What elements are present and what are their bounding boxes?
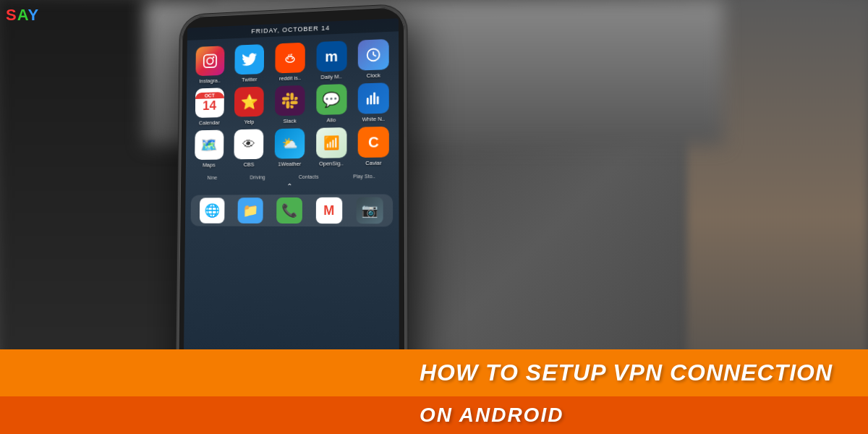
banner-line1-container: HOW TO SETUP VPN CONNECTION xyxy=(0,349,868,396)
svg-rect-13 xyxy=(373,93,375,105)
chrome-dock-icon[interactable]: 🌐 xyxy=(200,197,225,223)
phone-dock-icon[interactable]: 📞 xyxy=(276,197,302,224)
svg-point-1 xyxy=(207,58,213,64)
caviar-label: Caviar xyxy=(365,160,381,166)
twitter-label: Twitter xyxy=(242,76,257,82)
yelp-label: Yelp xyxy=(244,119,254,125)
list-item[interactable]: Clock xyxy=(354,39,393,80)
whitenoise-icon xyxy=(358,82,389,114)
allo-icon: 💬 xyxy=(316,84,346,115)
list-item[interactable]: C Caviar xyxy=(354,127,393,166)
files-dock-icon[interactable]: 📁 xyxy=(238,197,263,224)
list-item[interactable]: Slack xyxy=(271,85,308,125)
svg-rect-0 xyxy=(203,54,216,67)
banner-line2-container: ON ANDROID xyxy=(0,396,868,434)
list-item[interactable]: 📶 OpenSig.. xyxy=(312,127,350,167)
dock-label-nine: Nine xyxy=(207,175,217,180)
logo-y: Y xyxy=(28,6,40,24)
list-item[interactable]: OCT 14 Calendar xyxy=(192,88,227,127)
status-date: FRIDAY, OCTOBER 14 xyxy=(251,25,330,35)
banner-title-line2: ON ANDROID xyxy=(420,404,563,427)
list-item[interactable]: ⛅ 1Weather xyxy=(271,128,308,167)
svg-text:rif: rif xyxy=(288,53,292,57)
banner-title-line1: HOW TO SETUP VPN CONNECTION xyxy=(420,359,833,386)
logo-a: A xyxy=(17,6,28,24)
dock-label-driving: Driving xyxy=(250,174,265,179)
list-item[interactable]: 💬 Allo xyxy=(312,84,350,124)
say-logo: SAY xyxy=(6,6,39,25)
camera-dock-icon[interactable]: 📷 xyxy=(356,197,383,224)
clock-label: Clock xyxy=(367,72,380,80)
list-item[interactable]: ⭐ Yelp xyxy=(231,86,268,125)
bottom-banner: HOW TO SETUP VPN CONNECTION ON ANDROID xyxy=(0,349,868,434)
opensig-icon: 📶 xyxy=(316,127,346,158)
gmail-dock-icon[interactable]: M xyxy=(316,197,342,224)
weather1-label: 1Weather xyxy=(278,161,301,167)
slack-label: Slack xyxy=(284,118,297,124)
clock-icon xyxy=(358,39,389,71)
logo-s: S xyxy=(6,6,17,24)
cbs-label: CBS xyxy=(244,161,255,168)
list-item[interactable]: Instagra.. xyxy=(192,46,228,85)
weather1-icon: ⛅ xyxy=(275,128,305,158)
calendar-icon: OCT 14 xyxy=(195,88,224,118)
phone-bottom: Nine Driving Contacts Play Sto.. ⌃ 🌐 📁 📞… xyxy=(185,171,399,231)
svg-rect-11 xyxy=(367,98,369,104)
dock-label-contacts: Contacts xyxy=(299,174,319,179)
svg-rect-14 xyxy=(377,96,379,104)
allo-label: Allo xyxy=(327,116,336,123)
dock-arrow: ⌃ xyxy=(191,182,393,191)
maps-icon: 🗺️ xyxy=(195,130,224,160)
dailymail-label: Daily M.. xyxy=(320,73,341,80)
list-item[interactable]: rif reddit is.. xyxy=(272,43,309,82)
caviar-icon: C xyxy=(358,127,389,158)
svg-rect-12 xyxy=(370,95,373,104)
dock-apps: 🌐 📁 📞 M 📷 xyxy=(191,194,393,226)
list-item[interactable]: 👁 CBS xyxy=(231,129,267,168)
app-grid-row1: Instagra.. Twitter xyxy=(186,34,399,172)
opensig-label: OpenSig.. xyxy=(319,160,344,166)
list-item[interactable]: 🗺️ Maps xyxy=(191,129,226,168)
svg-line-10 xyxy=(373,55,376,56)
cbs-icon: 👁 xyxy=(234,129,264,159)
reddit-label: reddit is.. xyxy=(279,75,301,82)
yelp-icon: ⭐ xyxy=(234,87,264,117)
maps-label: Maps xyxy=(203,162,215,169)
dailymail-icon: m xyxy=(316,41,346,72)
svg-point-2 xyxy=(213,56,215,59)
dock-label-playstore: Play Sto.. xyxy=(353,174,375,179)
instagram-label: Instagra.. xyxy=(199,77,221,85)
reddit-icon: rif xyxy=(275,43,305,74)
list-item[interactable]: m Daily M.. xyxy=(312,41,350,80)
calendar-label: Calendar xyxy=(199,119,220,126)
slack-icon xyxy=(275,85,305,116)
whitenoise-label: White N.. xyxy=(362,116,386,123)
instagram-icon xyxy=(195,46,224,76)
twitter-icon xyxy=(235,44,265,75)
dock-labels: Nine Driving Contacts Play Sto.. xyxy=(191,174,393,180)
list-item[interactable]: Twitter xyxy=(231,44,268,83)
list-item[interactable]: White N.. xyxy=(354,82,393,123)
